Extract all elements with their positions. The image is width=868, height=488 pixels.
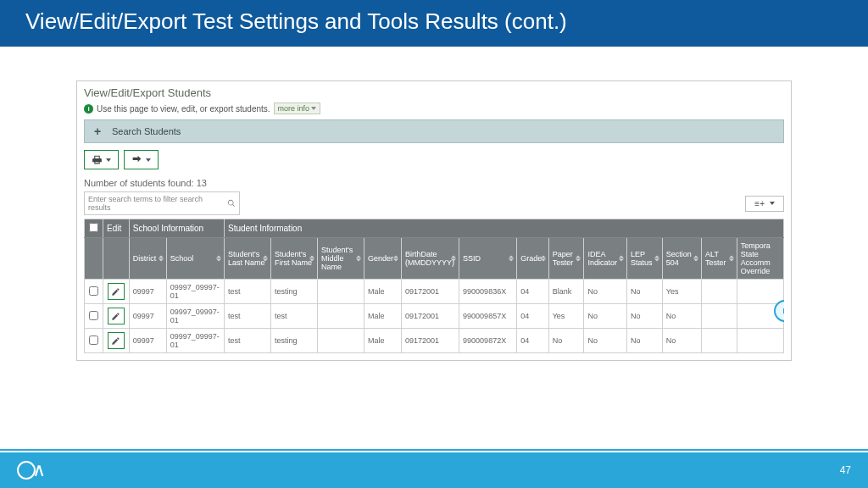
row-checkbox[interactable] bbox=[89, 311, 98, 320]
cell-temp bbox=[737, 329, 783, 353]
cell-paper: No bbox=[548, 329, 584, 353]
cell-last: test bbox=[224, 304, 270, 329]
cell-gender: Male bbox=[364, 329, 401, 353]
columns-icon-text: ≡+ bbox=[754, 199, 765, 208]
edit-row-button[interactable] bbox=[108, 308, 125, 324]
chevron-down-icon bbox=[770, 202, 775, 205]
cell-dob: 09172001 bbox=[401, 280, 459, 304]
export-icon bbox=[131, 154, 142, 165]
info-icon: i bbox=[84, 104, 93, 114]
cell-last: test bbox=[224, 280, 270, 304]
page-number: 47 bbox=[840, 464, 851, 476]
brand-logo: ∧ bbox=[17, 459, 47, 481]
group-school-info: School Information bbox=[129, 219, 224, 238]
pencil-icon bbox=[111, 287, 120, 297]
cell-lep: No bbox=[627, 304, 663, 329]
col-504[interactable]: Section 504 bbox=[662, 238, 701, 280]
results-count: Number of students found: 13 bbox=[84, 178, 784, 188]
cell-grade: 04 bbox=[517, 304, 548, 329]
search-icon bbox=[227, 199, 236, 208]
cell-temp bbox=[737, 280, 783, 304]
slide-footer: ∧ 47 bbox=[0, 449, 868, 488]
table-row: 0999709997_09997-01testtestingMale091720… bbox=[85, 280, 784, 304]
col-school[interactable]: School bbox=[166, 238, 224, 280]
plus-icon: + bbox=[92, 125, 103, 137]
pencil-icon bbox=[111, 336, 120, 346]
students-panel: View/Edit/Export Students i Use this pag… bbox=[76, 80, 792, 361]
cell-school: 09997_09997-01 bbox=[166, 329, 224, 353]
group-student-info: Student Information bbox=[224, 219, 783, 238]
slide-title: View/Edit/Export Test Settings and Tools… bbox=[0, 0, 868, 47]
table-row: 0999709997_09997-01testtestingMale091720… bbox=[85, 329, 784, 353]
cell-504: Yes bbox=[662, 280, 701, 304]
cell-first: testing bbox=[270, 329, 317, 353]
cell-lep: No bbox=[627, 280, 663, 304]
select-all-checkbox[interactable] bbox=[89, 223, 98, 232]
search-students-bar[interactable]: + Search Students bbox=[84, 119, 784, 143]
chevron-down-icon bbox=[146, 158, 151, 162]
edit-row-button[interactable] bbox=[108, 332, 125, 349]
col-last[interactable]: Student's Last Name bbox=[224, 238, 270, 280]
chevron-down-icon bbox=[311, 107, 316, 110]
results-table: Edit School Information Student Informat… bbox=[84, 219, 784, 353]
edit-row-button[interactable] bbox=[108, 283, 125, 300]
col-ssid[interactable]: SSID bbox=[459, 238, 517, 280]
col-dob[interactable]: BirthDate (MMDDYYYY) bbox=[401, 238, 459, 280]
cell-alt bbox=[702, 329, 737, 353]
cell-first: test bbox=[270, 304, 317, 329]
row-checkbox-cell[interactable] bbox=[85, 304, 103, 329]
cell-dob: 09172001 bbox=[401, 304, 459, 329]
cell-middle bbox=[317, 280, 364, 304]
cell-idea: No bbox=[584, 280, 627, 304]
row-checkbox[interactable] bbox=[89, 286, 98, 296]
cell-paper: Blank bbox=[548, 280, 584, 304]
cell-idea: No bbox=[584, 304, 627, 329]
cell-idea: No bbox=[584, 329, 627, 353]
row-checkbox-cell[interactable] bbox=[85, 280, 103, 304]
row-checkbox[interactable] bbox=[89, 336, 98, 345]
col-lep[interactable]: LEP Status bbox=[627, 238, 663, 280]
printer-icon bbox=[92, 154, 103, 165]
cell-last: test bbox=[224, 329, 270, 353]
cell-district: 09997 bbox=[129, 329, 166, 353]
col-first[interactable]: Student's First Name bbox=[270, 238, 317, 280]
cell-paper: Yes bbox=[548, 304, 584, 329]
select-all-header[interactable] bbox=[85, 219, 103, 238]
cell-504: No bbox=[662, 304, 701, 329]
col-district[interactable]: District bbox=[129, 238, 166, 280]
cell-gender: Male bbox=[364, 280, 401, 304]
cell-lep: No bbox=[627, 329, 663, 353]
cell-grade: 04 bbox=[517, 280, 548, 304]
filter-input[interactable]: Enter search terms to filter search resu… bbox=[84, 191, 240, 215]
cell-alt bbox=[702, 280, 737, 304]
filter-placeholder: Enter search terms to filter search resu… bbox=[88, 195, 227, 212]
cell-504: No bbox=[662, 329, 701, 353]
cell-district: 09997 bbox=[129, 280, 166, 304]
cell-middle bbox=[317, 304, 364, 329]
col-paper[interactable]: Paper Tester bbox=[548, 238, 584, 280]
cell-first: testing bbox=[270, 280, 317, 304]
cell-district: 09997 bbox=[129, 304, 166, 329]
col-middle[interactable]: Student's Middle Name bbox=[317, 238, 364, 280]
cell-school: 09997_09997-01 bbox=[166, 304, 224, 329]
print-button[interactable] bbox=[84, 150, 119, 169]
table-group-row: Edit School Information Student Informat… bbox=[85, 219, 784, 238]
panel-title: View/Edit/Export Students bbox=[84, 86, 784, 99]
cell-dob: 09172001 bbox=[401, 329, 459, 353]
col-gender[interactable]: Gender bbox=[364, 238, 401, 280]
row-checkbox-cell[interactable] bbox=[85, 329, 103, 353]
arrow-right-icon bbox=[780, 306, 784, 316]
more-info-button[interactable]: more info bbox=[274, 103, 321, 114]
col-temp[interactable]: Tempora State Accomm Override bbox=[737, 238, 783, 280]
col-alt[interactable]: ALT Tester bbox=[702, 238, 737, 280]
cell-ssid: 990009836X bbox=[459, 280, 517, 304]
table-columns-row: District School Student's Last Name Stud… bbox=[85, 238, 784, 280]
col-grade[interactable]: Grade bbox=[517, 238, 548, 280]
columns-button[interactable]: ≡+ bbox=[745, 196, 784, 212]
cell-middle bbox=[317, 329, 364, 353]
export-button[interactable] bbox=[124, 150, 159, 169]
group-edit: Edit bbox=[103, 219, 129, 238]
col-idea[interactable]: IDEA Indicator bbox=[584, 238, 627, 280]
pencil-icon bbox=[111, 312, 120, 321]
table-row: 0999709997_09997-01testtestMale091720019… bbox=[85, 304, 784, 329]
